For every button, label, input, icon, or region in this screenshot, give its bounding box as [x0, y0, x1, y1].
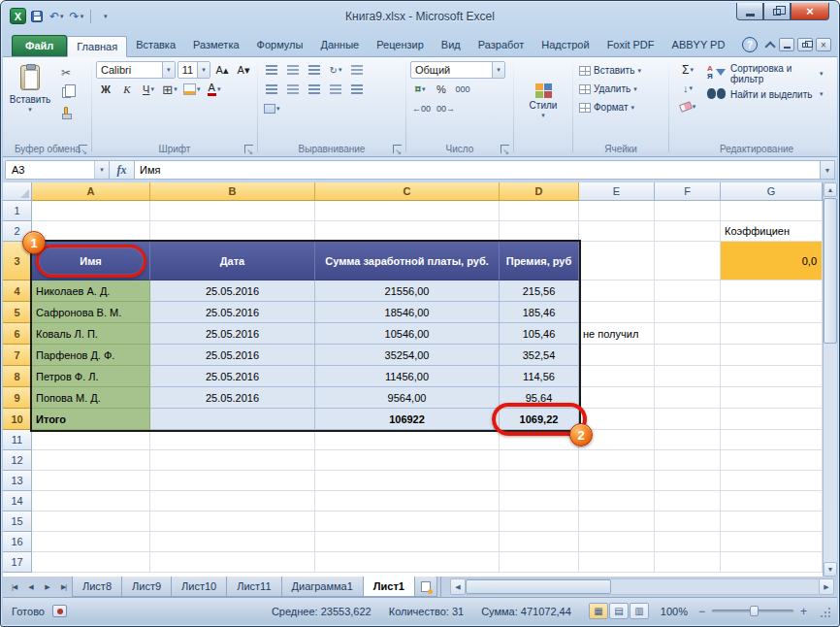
- cell-C14[interactable]: [315, 491, 500, 512]
- sheet-tab-list8[interactable]: Лист8: [72, 577, 122, 597]
- row-header-11[interactable]: 11: [3, 430, 32, 450]
- cell-F7[interactable]: [655, 345, 721, 366]
- view-page-layout-button[interactable]: ▤: [609, 603, 629, 619]
- increase-decimal-button[interactable]: ←00: [410, 100, 433, 117]
- cell-B1[interactable]: [150, 201, 315, 221]
- select-all-corner[interactable]: [3, 182, 32, 201]
- cell-C4[interactable]: 21556,00: [315, 280, 500, 302]
- cell-D2[interactable]: [500, 221, 579, 242]
- cell-G14[interactable]: [721, 491, 823, 512]
- align-bottom-button[interactable]: [305, 61, 324, 79]
- cell-B3[interactable]: Дата: [150, 242, 315, 280]
- wrap-text-button[interactable]: [347, 61, 367, 79]
- tab-formulas[interactable]: Формулы: [248, 35, 312, 56]
- cell-F5[interactable]: [655, 302, 721, 323]
- cell-C17[interactable]: [315, 552, 500, 573]
- cell-F13[interactable]: [655, 471, 721, 491]
- cell-E1[interactable]: [579, 201, 655, 221]
- cell-E3[interactable]: [579, 242, 655, 280]
- row-header-10[interactable]: 10: [3, 409, 32, 430]
- align-right-button[interactable]: [305, 81, 324, 98]
- borders-button[interactable]: ⊞▾: [160, 81, 179, 98]
- cell-E17[interactable]: [579, 552, 655, 573]
- cell-A7[interactable]: Парфенов Д. Ф.: [32, 345, 150, 366]
- cell-E9[interactable]: [579, 387, 655, 409]
- align-top-button[interactable]: [262, 61, 281, 79]
- column-header-A[interactable]: A: [32, 182, 150, 201]
- zoom-in-button[interactable]: +: [797, 605, 810, 617]
- cell-E5[interactable]: [579, 302, 655, 323]
- cell-C1[interactable]: [315, 201, 500, 221]
- cell-F6[interactable]: [655, 323, 721, 345]
- font-size-select[interactable]: 11 ▾: [178, 61, 210, 79]
- cell-A5[interactable]: Сафронова В. М.: [32, 302, 150, 323]
- row-header-7[interactable]: 7: [3, 345, 32, 366]
- cell-C12[interactable]: [315, 450, 500, 471]
- delete-cells-button[interactable]: Удалить ▾: [577, 80, 664, 98]
- cell-B16[interactable]: [150, 532, 315, 552]
- row-header-4[interactable]: 4: [3, 280, 32, 302]
- cell-C11[interactable]: [315, 430, 500, 450]
- cell-styles-button[interactable]: Стили ▾: [518, 61, 568, 142]
- scroll-left-button[interactable]: ◀: [450, 578, 466, 595]
- cell-F1[interactable]: [655, 201, 721, 221]
- cell-B12[interactable]: [150, 450, 315, 471]
- accounting-format-button[interactable]: ¤▾: [410, 81, 430, 98]
- cell-E12[interactable]: [579, 450, 655, 471]
- cell-E10[interactable]: [579, 409, 655, 430]
- cell-C15[interactable]: [315, 512, 500, 532]
- cell-F9[interactable]: [655, 387, 721, 409]
- cell-D16[interactable]: [500, 532, 579, 552]
- cell-G10[interactable]: [721, 409, 823, 430]
- cell-A16[interactable]: [32, 532, 150, 552]
- decrease-indent-button[interactable]: [326, 81, 345, 98]
- row-header-14[interactable]: 14: [3, 491, 32, 512]
- cell-B4[interactable]: 25.05.2016: [150, 280, 315, 302]
- cell-C2[interactable]: [315, 221, 500, 242]
- spreadsheet[interactable]: ABCDEFG1234567891011121314151617Коэффици…: [3, 182, 823, 577]
- tab-addins[interactable]: Надстрой: [533, 35, 598, 56]
- cell-F12[interactable]: [655, 450, 721, 471]
- tab-abbyy-pdf[interactable]: ABBYY PD: [663, 35, 734, 56]
- column-header-E[interactable]: E: [579, 182, 655, 201]
- row-header-8[interactable]: 8: [3, 366, 32, 387]
- align-left-button[interactable]: [262, 81, 281, 98]
- cell-G13[interactable]: [721, 471, 823, 491]
- cell-E4[interactable]: [579, 280, 655, 302]
- vertical-scrollbar[interactable]: ▲ ▼: [823, 182, 837, 577]
- tab-home[interactable]: Главная: [67, 36, 127, 57]
- font-name-select[interactable]: Calibri ▾: [96, 61, 176, 79]
- cell-A15[interactable]: [32, 512, 150, 532]
- cell-G17[interactable]: [721, 552, 823, 573]
- cell-G8[interactable]: [721, 366, 823, 387]
- font-color-button[interactable]: А▾: [205, 81, 224, 98]
- row-header-12[interactable]: 12: [3, 450, 32, 471]
- row-header-1[interactable]: 1: [3, 201, 32, 221]
- clipboard-dialog-launcher[interactable]: [79, 145, 87, 153]
- fill-color-button[interactable]: ▾: [181, 81, 203, 98]
- clear-button[interactable]: ▾: [673, 98, 702, 116]
- cell-D3[interactable]: Премия, руб: [500, 242, 579, 280]
- title-bar[interactable]: X ↶▾ ↷▾ ▾ Книга9.xlsx - Microsoft Excel …: [3, 3, 837, 32]
- scroll-down-button[interactable]: ▼: [824, 562, 837, 577]
- column-header-D[interactable]: D: [500, 182, 579, 201]
- cell-A13[interactable]: [32, 471, 150, 491]
- cell-C3[interactable]: Сумма заработной платы, руб.: [315, 242, 500, 280]
- row-header-9[interactable]: 9: [3, 387, 32, 409]
- formula-bar-expand-button[interactable]: ▾: [821, 160, 835, 180]
- increase-indent-button[interactable]: [347, 81, 367, 98]
- cell-D7[interactable]: 352,54: [500, 345, 579, 366]
- insert-worksheet-button[interactable]: [414, 577, 437, 597]
- previous-sheet-button[interactable]: ◀: [22, 577, 39, 597]
- row-header-17[interactable]: 17: [3, 552, 32, 573]
- cell-A4[interactable]: Николаев А. Д.: [32, 280, 150, 302]
- column-header-F[interactable]: F: [655, 182, 721, 201]
- column-header-C[interactable]: C: [315, 182, 500, 201]
- undo-button[interactable]: ↶▾: [48, 8, 66, 24]
- cell-B6[interactable]: 25.05.2016: [150, 323, 315, 345]
- cell-D5[interactable]: 185,46: [500, 302, 579, 323]
- format-painter-button[interactable]: [56, 103, 76, 120]
- sheet-tab-list1[interactable]: Лист1: [363, 577, 415, 597]
- cell-G5[interactable]: [721, 302, 823, 323]
- cell-C13[interactable]: [315, 471, 500, 491]
